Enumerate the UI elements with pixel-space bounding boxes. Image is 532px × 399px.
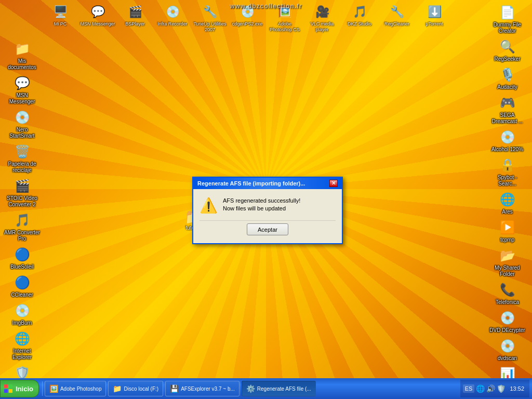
taskbar: Inicio 🖼️ Adobe Photoshop 📁 Disco local … <box>0 378 532 399</box>
dialog-body: ⚠️ AFS regenerated successfully! Now fil… <box>193 189 342 243</box>
dkz-label: DKZ Studio <box>348 21 371 27</box>
desktop-icon-papelera[interactable]: 🗑️ Papelera de reciclaje <box>3 142 42 175</box>
vlc-label: VLC media player <box>304 21 340 33</box>
dialog-box: Regenerate AFS file (importing folder)..… <box>192 177 343 244</box>
desktop-icon-bsplayer[interactable]: 🎬 BSPlayer <box>116 3 154 34</box>
desktop-icon-stoic[interactable]: 🎬 STOIC Video Converter 2 <box>3 176 42 209</box>
regcleaner-label: RegCleaner <box>384 21 409 27</box>
shared-folder-label: My Shared Folder <box>489 265 525 277</box>
taskbar-disco-local[interactable]: 📁 Disco local (F:) <box>108 381 163 396</box>
desktop-icon-amr[interactable]: 🎵 AMR Converter Pro <box>3 210 42 244</box>
dvd-decrypter-icon: 💿 <box>499 310 516 326</box>
desktop-icon-dvd-decrypter[interactable]: 💿 DVD DEcrypter <box>488 308 527 335</box>
desktop-icon-alcohol[interactable]: 💿 Alcohol 120% <box>488 127 527 154</box>
desktop-icon-infra[interactable]: 💿 Infra Recorder <box>154 3 191 34</box>
desktop-icon-ie[interactable]: 🌐 Internet Explorer <box>3 329 42 362</box>
desktop-icon-tcpmp[interactable]: ▶️ tcpmp <box>488 218 527 245</box>
desktop-icon-audacity[interactable]: 🎙️ Audacity <box>488 65 527 92</box>
regenerate-task-icon: ⚙️ <box>246 384 255 393</box>
amr-icon: 🎵 <box>14 212 31 229</box>
clock: 13:52 <box>507 385 527 392</box>
ie-label: Internet Explorer <box>4 348 40 361</box>
photoshop-label: Adobe Photoshop CS <box>267 21 302 33</box>
desktop-icon-dkz[interactable]: 🎵 DKZ Studio <box>341 3 378 34</box>
utorrent-icon: ⬇️ <box>426 4 443 20</box>
right-icons-column: 📄 Dummy File Creator 🔍 RegSeeker 🎙️ Auda… <box>485 0 532 378</box>
dkz-icon: 🎵 <box>351 4 368 20</box>
mis-docs-label: Mis documentos <box>4 58 40 71</box>
taskbar-photoshop[interactable]: 🖼️ Adobe Photoshop <box>45 381 107 396</box>
regenerate-task-label: Regenerate AFS file (... <box>257 386 311 392</box>
start-button[interactable]: Inicio <box>0 380 39 397</box>
infra-icon: 💿 <box>164 4 181 20</box>
afsexplorer-task-label: AFSExplorer v3.7 ~ b... <box>181 386 235 392</box>
audacity-label: Audacity <box>497 84 517 90</box>
papelera-icon: 🗑️ <box>14 143 31 160</box>
dialog-close-button[interactable]: ✕ <box>329 180 338 187</box>
warning-icon: ⚠️ <box>200 197 218 214</box>
desktop-icon-mi-pc[interactable]: 🖥️ Mi PC <box>42 3 79 34</box>
desktop: www.dbzcollection.fr 🖥️ Mi PC 💬 MSN Mess… <box>0 0 532 378</box>
desktop-icon-everest[interactable]: 📊 EVEREST Home Edition <box>488 364 527 378</box>
bluesoleil-label: BlueSoleil <box>10 264 33 270</box>
dialog-message: AFS regenerated successfully! Now files … <box>223 197 300 213</box>
desktop-icon-regseeker[interactable]: 🔍 RegSeeker <box>488 37 527 64</box>
mi-pc-label: Mi PC <box>54 21 67 27</box>
spybot-label: Spybot - Searc... <box>489 175 525 187</box>
desktop-icon-regcleaner[interactable]: 🔧 RegCleaner <box>378 3 416 34</box>
telefonica-icon: 📞 <box>499 282 516 298</box>
bsplayer-label: BSPlayer <box>125 21 145 27</box>
dummy-label: Dummy File Creator <box>489 22 525 34</box>
desktop-icon-imgburn[interactable]: 💿 ImgBurn <box>3 301 42 328</box>
watermark: www.dbzcollection.fr <box>230 3 302 10</box>
language-indicator: ES <box>463 384 475 393</box>
desktop-icon-utorrent[interactable]: ⬇️ µTorrent <box>416 3 453 34</box>
vlc-icon: 🎥 <box>314 4 330 20</box>
desktop-icon-dvdscan[interactable]: 💿 dvdscan <box>488 336 527 363</box>
tuneup-label: TuneUp Utilities 2007 <box>192 21 228 33</box>
imgburn-label: ImgBurn <box>12 320 32 326</box>
nero-label: Nero StartSmart <box>4 127 40 139</box>
desktop-icon-ad-aware[interactable]: 🛡️ Ad-Aware <box>3 363 42 378</box>
telefonica-label: Telefonica <box>496 299 519 305</box>
tray-area: ES 🌐 🔊 🛡️ 13:52 <box>460 380 529 397</box>
stoic-icon: 🎬 <box>14 178 31 194</box>
ie-icon: 🌐 <box>14 330 31 347</box>
desktop-icon-telefonica[interactable]: 📞 Telefonica <box>488 280 527 307</box>
bluesoleil-icon: 🔵 <box>14 246 31 263</box>
tcpmp-label: tcpmp <box>500 237 514 243</box>
desktop-icon-spybot[interactable]: 🔒 Spybot - Searc... <box>488 155 527 189</box>
desktop-icon-tuneup[interactable]: 🔧 TuneUp Utilities 2007 <box>191 3 229 34</box>
regseeker-icon: 🔍 <box>499 38 516 55</box>
dialog-content: ⚠️ AFS regenerated successfully! Now fil… <box>200 197 300 214</box>
desktop-icon-msn-left[interactable]: 💬 MSN Messenger <box>3 73 42 107</box>
desktop-icon-nero[interactable]: 💿 Nero StartSmart <box>3 108 42 141</box>
desktop-icon-shared-folder[interactable]: 📂 My Shared Folder <box>488 246 527 279</box>
desktop-icon-vlc[interactable]: 🎥 VLC media player <box>303 3 341 34</box>
taskbar-divider <box>42 381 43 396</box>
left-icons-column: 📁 Mis documentos 💬 MSN Messenger 💿 Nero … <box>0 36 42 378</box>
everest-icon: 📊 <box>499 366 516 378</box>
desktop-icon-mis-docs[interactable]: 📁 Mis documentos <box>3 39 42 72</box>
taskbar-afsexplorer[interactable]: 💾 AFSExplorer v3.7 ~ b... <box>165 381 240 396</box>
amr-label: AMR Converter Pro <box>4 230 40 242</box>
desktop-icon-dummy[interactable]: 📄 Dummy File Creator <box>488 3 527 36</box>
infra-label: Infra Recorder <box>157 21 188 27</box>
desktop-icon-msn[interactable]: 💬 MSN Messenger <box>79 3 116 34</box>
svg-rect-2 <box>4 389 8 393</box>
dialog-title-bar: Regenerate AFS file (importing folder)..… <box>193 178 342 189</box>
disco-local-task-icon: 📁 <box>113 384 122 393</box>
ccleaner-icon: 🔵 <box>14 274 31 291</box>
regcleaner-icon: 🔧 <box>389 4 405 20</box>
dummy-icon: 📄 <box>499 4 516 21</box>
desktop-icon-sega[interactable]: 🎮 SEGA Dreamcast ... <box>488 93 527 126</box>
desktop-icon-ares[interactable]: 🌐 Ares <box>488 190 527 217</box>
desktop-icon-bluesoleil[interactable]: 🔵 BlueSoleil <box>3 245 42 272</box>
desktop-icon-ccleaner[interactable]: 🔵 CCleaner <box>3 273 42 300</box>
ares-icon: 🌐 <box>499 191 516 208</box>
svg-rect-1 <box>9 384 12 388</box>
taskbar-regenerate[interactable]: ⚙️ Regenerate AFS file (... <box>242 381 316 396</box>
aceptar-button[interactable]: Aceptar <box>247 223 288 235</box>
afsexplorer-task-icon: 💾 <box>170 384 179 393</box>
tcpmp-icon: ▶️ <box>499 219 516 236</box>
